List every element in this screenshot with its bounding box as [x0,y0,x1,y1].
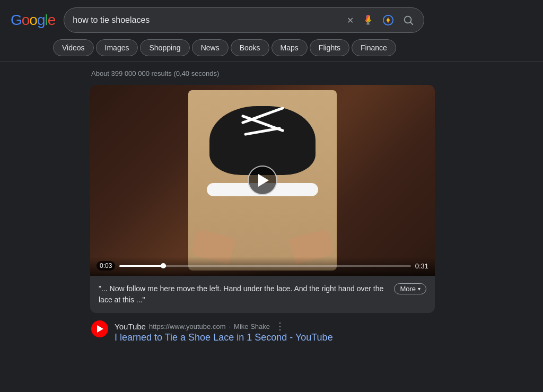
more-label: More [400,285,416,293]
nav-tabs: Videos Images Shopping News Books Maps F… [11,39,532,56]
result-title-link[interactable]: I learned to Tie a Shoe Lace in 1 Second… [115,332,333,343]
tab-videos[interactable]: Videos [53,39,94,56]
search-bar-icons [346,13,415,27]
results-count: About 399 000 000 results (0,40 seconds) [90,69,543,77]
microphone-icon [362,14,374,26]
video-controls: 0:03 0:31 [90,257,435,276]
logo-g2: g [37,12,45,28]
lens-button[interactable] [381,13,395,27]
main-content: About 399 000 000 results (0,40 seconds) [0,62,543,343]
search-input[interactable]: how to tie shoelaces [73,15,341,25]
tab-shopping[interactable]: Shopping [140,39,189,56]
source-dot: · [229,323,231,330]
three-dots-menu[interactable]: ⋮ [275,320,285,332]
video-background [90,85,435,276]
youtube-icon [91,320,108,337]
progress-dot [161,263,166,268]
tab-images[interactable]: Images [96,39,138,56]
search-bar: how to tie shoelaces [64,7,424,33]
source-url: https://www.youtube.com [149,323,226,330]
video-container[interactable]: 0:03 0:31 [90,85,435,276]
tab-books[interactable]: Books [231,39,269,56]
clear-button[interactable] [346,14,355,27]
transcript-text: "... Now follow me here move the left. H… [99,283,391,306]
progress-bar[interactable] [119,265,410,267]
video-card: 0:03 0:31 "... Now follow me here move t… [90,85,435,313]
search-icon [402,14,414,26]
play-button[interactable] [248,165,277,195]
svg-line-5 [410,22,413,24]
more-chevron-icon: ▾ [418,286,421,292]
clear-icon [347,15,354,26]
progress-bar-container: 0:03 0:31 [97,261,428,271]
progress-filled [119,265,166,267]
logo-o1: o [22,12,30,28]
microphone-button[interactable] [361,13,375,27]
transcript-area: "... Now follow me here move the left. H… [90,276,435,313]
logo-o2: o [29,12,37,28]
source-name: YouTube [115,322,146,331]
logo-e: e [48,12,56,28]
search-button[interactable] [401,13,415,27]
lens-icon [382,14,394,26]
total-time: 0:31 [415,262,428,270]
source-details: YouTube https://www.youtube.com · Mike S… [115,320,543,343]
tab-finance[interactable]: Finance [352,39,396,56]
tab-news[interactable]: News [192,39,229,56]
more-button[interactable]: More ▾ [394,283,426,294]
header-top: Google how to tie shoelaces [11,7,532,33]
tab-flights[interactable]: Flights [310,39,349,56]
source-info: YouTube https://www.youtube.com · Mike S… [90,320,543,343]
google-logo: Google [11,12,55,29]
svg-point-3 [387,19,390,22]
play-icon [258,174,269,187]
header: Google how to tie shoelaces [0,0,543,56]
source-author: Mike Shake [234,323,270,330]
source-url-line: https://www.youtube.com · Mike Shake ⋮ [149,320,285,332]
current-time-badge: 0:03 [97,261,115,271]
logo-g: G [11,12,22,28]
youtube-play-icon [97,325,103,333]
tab-maps[interactable]: Maps [272,39,308,56]
